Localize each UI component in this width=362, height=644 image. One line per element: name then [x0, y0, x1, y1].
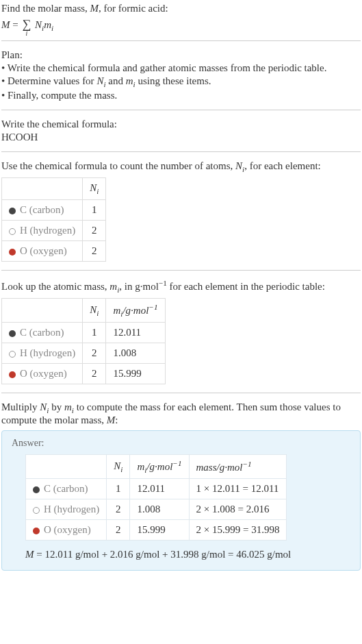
formula-m: m: [44, 19, 51, 30]
atomic-mass: 12.011: [106, 323, 165, 343]
var-N: N: [40, 401, 47, 412]
count-title-text: Use the chemical formula to count the nu…: [1, 160, 235, 171]
var-m: m: [126, 75, 133, 86]
element-symbol: C: [44, 483, 51, 494]
var-M: M: [90, 3, 99, 14]
table-header-row: Ni mi/g·mol−1 mass/g·mol−1: [26, 455, 287, 479]
table-header-N: Ni: [83, 299, 106, 323]
element-name: (hydrogen): [30, 225, 76, 236]
compute-text: Multiply: [1, 401, 40, 412]
element-swatch-icon: [9, 351, 16, 358]
table-header-row: Ni: [2, 178, 106, 200]
answer-box: Answer: Ni mi/g·mol−1 mass/g·mol−1 C (ca…: [1, 430, 361, 571]
atomic-mass: 15.999: [130, 520, 189, 541]
atom-count-section: Use the chemical formula to count the nu…: [1, 160, 361, 271]
var-N: N: [235, 160, 242, 171]
atom-count: 2: [83, 343, 106, 364]
table-row: C (carbon) 1 12.011: [2, 323, 166, 343]
atomic-mass-section: Look up the atomic mass, mi, in g·mol−1 …: [1, 279, 361, 393]
table-header-mass: mass/g·mol−1: [189, 455, 287, 479]
element-swatch-icon: [9, 228, 16, 235]
table-row: H (hydrogen) 2 1.008 2 × 1.008 = 2.016: [26, 499, 287, 520]
element-swatch-icon: [33, 486, 40, 493]
table-row: C (carbon) 1: [2, 200, 106, 221]
element-symbol: H: [44, 504, 51, 515]
atom-count: 1: [107, 479, 130, 499]
element-name: (carbon): [53, 483, 88, 494]
sigma-sub: i: [26, 29, 28, 37]
atom-count-table: Ni C (carbon) 1 H (hydrogen) 2 O (oxygen…: [1, 177, 106, 262]
count-title: Use the chemical formula to count the nu…: [1, 160, 361, 173]
element-symbol: O: [44, 524, 51, 535]
element-cell: O (oxygen): [26, 520, 107, 541]
mass-title-mid: , in g·mol: [119, 281, 159, 292]
atomic-mass: 1.008: [130, 499, 189, 520]
plan-section: Plan: • Write the chemical formula and g…: [1, 49, 361, 110]
mass-calc: 1 × 12.011 = 12.011: [189, 479, 287, 499]
compute-text: by: [49, 401, 64, 412]
plan-item: • Determine values for Ni and mi using t…: [1, 75, 361, 88]
element-cell: C (carbon): [2, 200, 83, 221]
atomic-mass-table: Ni mi/g·mol−1 C (carbon) 1 12.011 H (hyd…: [1, 298, 166, 384]
table-row: O (oxygen) 2 15.999 2 × 15.999 = 31.998: [26, 520, 287, 541]
sigma-icon: ∑: [22, 17, 31, 31]
molar-mass-formula: M = ∑i Nimi: [1, 17, 361, 32]
answer-label: Answer:: [12, 438, 350, 449]
table-header-N: Ni: [83, 178, 106, 200]
mass-title-suffix: for each element in the periodic table:: [167, 281, 325, 292]
element-cell: O (oxygen): [2, 241, 83, 262]
formula-eq: =: [10, 19, 21, 30]
element-name: (hydrogen): [30, 347, 76, 358]
element-cell: H (hydrogen): [2, 343, 83, 364]
plan-item: • Write the chemical formula and gather …: [1, 62, 361, 74]
sum-symbol: ∑i: [22, 17, 31, 32]
formula-sub-i: i: [51, 24, 53, 32]
atom-count: 2: [83, 241, 106, 262]
element-symbol: H: [20, 225, 27, 236]
table-header-m: mi/g·mol−1: [106, 299, 165, 323]
table-row: H (hydrogen) 2: [2, 221, 106, 241]
mass-calc: 2 × 15.999 = 31.998: [189, 520, 287, 541]
element-swatch-icon: [33, 528, 40, 534]
element-cell: C (carbon): [26, 479, 107, 499]
element-swatch-icon: [9, 371, 16, 378]
formula-N: N: [35, 19, 42, 30]
intro-text: Find the molar mass,: [1, 3, 90, 14]
atom-count: 2: [83, 221, 106, 241]
atom-count: 2: [107, 520, 130, 541]
compute-text: :: [115, 414, 118, 425]
mass-title: Look up the atomic mass, mi, in g·mol−1 …: [1, 279, 361, 294]
element-cell: H (hydrogen): [26, 499, 107, 520]
var-N: N: [96, 75, 103, 86]
plan-text: and: [106, 75, 126, 86]
plan-list: • Write the chemical formula and gather …: [1, 62, 361, 101]
element-symbol: H: [20, 347, 27, 358]
var-m: m: [109, 281, 117, 292]
answer-table: Ni mi/g·mol−1 mass/g·mol−1 C (carbon) 1 …: [25, 454, 287, 541]
chemical-formula: HCOOH: [1, 132, 361, 143]
plan-text: using these items.: [135, 75, 211, 86]
table-row: H (hydrogen) 2 1.008: [2, 343, 166, 364]
element-swatch-icon: [9, 208, 16, 214]
element-name: (oxygen): [30, 368, 67, 379]
table-row: O (oxygen) 2: [2, 241, 106, 262]
final-result: M = 12.011 g/mol + 2.016 g/mol + 31.998 …: [25, 549, 350, 560]
atom-count: 2: [107, 499, 130, 520]
atom-count: 1: [83, 200, 106, 221]
var-m: m: [64, 401, 72, 412]
final-equation: = 12.011 g/mol + 2.016 g/mol + 31.998 g/…: [34, 549, 292, 560]
atomic-mass: 12.011: [130, 479, 189, 499]
table-header-row: Ni mi/g·mol−1: [2, 299, 166, 323]
var-M: M: [107, 414, 116, 425]
element-symbol: C: [20, 204, 27, 215]
formula-M: M: [1, 19, 10, 30]
element-name: (carbon): [29, 204, 64, 215]
intro-line-1: Find the molar mass, M, for formic acid:: [1, 3, 361, 14]
element-swatch-icon: [33, 507, 40, 514]
element-cell: H (hydrogen): [2, 221, 83, 241]
compute-title: Multiply Ni by mi to compute the mass fo…: [1, 401, 361, 426]
atomic-mass: 1.008: [106, 343, 165, 364]
formula-title: Write the chemical formula:: [1, 119, 361, 130]
plan-title: Plan:: [1, 49, 361, 61]
atomic-mass: 15.999: [106, 364, 165, 384]
